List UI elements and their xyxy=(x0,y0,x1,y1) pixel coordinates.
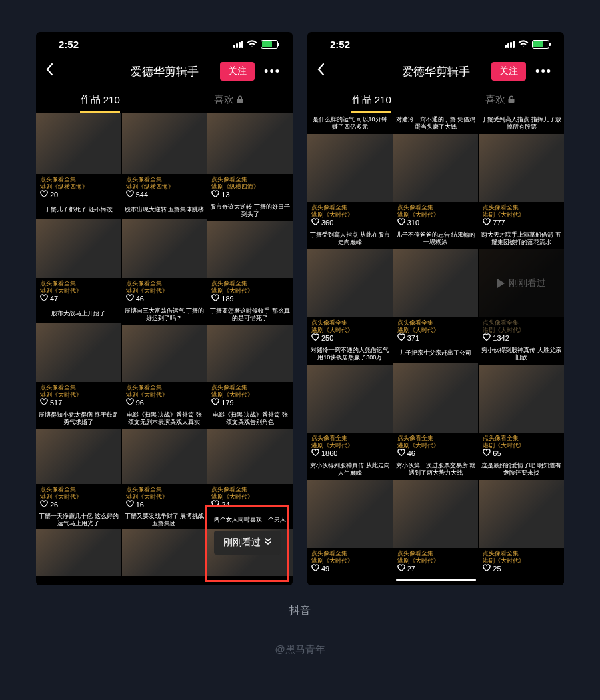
video-cell[interactable]: 穷小伙得到股神真传 从此走向人生巅峰点头像看全集港剧《大时代》49 xyxy=(307,459,393,574)
like-count: 46 xyxy=(126,294,144,303)
status-right xyxy=(505,39,549,49)
heart-icon xyxy=(126,500,134,509)
follow-button[interactable]: 关注 xyxy=(220,62,255,81)
video-caption-bottom: 点头像看全集港剧《大时代》25 xyxy=(479,548,564,574)
heart-icon xyxy=(40,398,48,407)
like-count: 25 xyxy=(483,564,501,573)
heart-icon xyxy=(211,500,219,509)
video-grid[interactable]: 点头像看全集港剧《纵横四海》20点头像看全集港剧《纵横四海》544点头像看全集港… xyxy=(36,113,293,585)
tab-works[interactable]: 作品 210 xyxy=(307,87,436,113)
tab-likes[interactable]: 喜欢 xyxy=(165,87,293,113)
video-cell[interactable]: 展博向三大富翁借运气 丁蟹的好运到了吗？点头像看全集港剧《大时代》96 xyxy=(122,305,207,408)
video-thumbnail xyxy=(207,429,293,485)
heart-icon xyxy=(483,333,491,342)
home-indicator xyxy=(396,579,476,581)
more-button[interactable]: ••• xyxy=(261,65,283,79)
video-cell[interactable]: 对赌冷一窍不通的丁蟹 凭借鸡蛋当头赚了大钱点头像看全集港剧《大时代》310 xyxy=(393,113,479,228)
nav-bar: 爱德华剪辑手 关注 ••• xyxy=(36,56,293,87)
video-caption-bottom: 点头像看全集港剧《纵横四海》13 xyxy=(207,174,293,200)
video-series-line1: 点头像看全集 xyxy=(483,204,560,211)
video-cell[interactable]: 穷小伙得到股神真传 大胜父亲旧敌点头像看全集港剧《大时代》65 xyxy=(479,344,564,459)
video-series-line1: 点头像看全集 xyxy=(211,176,289,183)
video-cell[interactable]: 对赌冷一窍不通的人凭借运气 用10块钱居然赢了300万点头像看全集港剧《大时代》… xyxy=(307,344,393,459)
back-button[interactable] xyxy=(45,63,61,80)
video-caption-bottom: 点头像看全集港剧《大时代》189 xyxy=(207,278,293,304)
video-thumbnail xyxy=(122,429,207,485)
video-cell[interactable]: 丁蟹儿子都死了 还不悔改点头像看全集港剧《大时代》47 xyxy=(36,201,121,304)
video-cell[interactable]: 电影《扫黑·决战》番外篇 张颂文无剧本表演哭戏太真实点头像看全集港剧《大时代》1… xyxy=(122,409,207,510)
signal-icon xyxy=(233,41,243,48)
status-time: 2:52 xyxy=(59,39,79,50)
tab-likes[interactable]: 喜欢 xyxy=(436,87,565,113)
video-caption-top: 股市奇迹大逆转 丁蟹的好日子到头了 xyxy=(207,201,293,221)
video-caption-top: 这是最好的爱情了吧 明知道有危险还要来找 xyxy=(479,459,564,480)
video-series-line1: 点头像看全集 xyxy=(311,435,389,442)
video-thumbnail xyxy=(393,480,479,549)
video-caption-bottom: 点头像看全集港剧《大时代》250 xyxy=(307,317,393,343)
video-series-line1: 点头像看全集 xyxy=(311,550,389,557)
like-count: 20 xyxy=(40,190,58,199)
video-cell[interactable]: 股市大战马上开始了点头像看全集港剧《大时代》517 xyxy=(36,305,121,408)
video-cell[interactable]: 两大天才联手上演草船借箭 五蟹集团被打的落花流水刚刚看过点头像看全集港剧《大时代… xyxy=(479,229,564,343)
video-caption-bottom: 点头像看全集港剧《大时代》1860 xyxy=(307,433,393,459)
heart-icon xyxy=(483,564,491,573)
video-caption-top: 电影《扫黑·决战》番外篇 张颂文无剧本表演哭戏太真实 xyxy=(122,409,207,429)
video-series-line1: 点头像看全集 xyxy=(126,280,203,287)
back-button[interactable] xyxy=(317,63,333,80)
video-thumbnail xyxy=(393,363,479,433)
video-cell[interactable]: 丁蟹要怎麼这时候收手 那么真的是可惜死了点头像看全集港剧《大时代》179 xyxy=(207,305,293,408)
video-cell[interactable]: 穷小伙第一次进股票交易所 就遇到了两大势力大战点头像看全集港剧《大时代》27 xyxy=(393,459,479,574)
video-cell[interactable]: 点头像看全集港剧《纵横四海》544 xyxy=(122,113,207,200)
follow-button[interactable]: 关注 xyxy=(491,62,526,81)
video-thumbnail xyxy=(479,134,564,203)
video-cell[interactable]: 电影《扫黑·决战》番外篇 张颂文哭戏告别角色点头像看全集港剧《大时代》24 xyxy=(207,409,293,510)
phone-right: 2:52 爱德华剪辑手 关注 ••• 作品 210 xyxy=(307,32,564,585)
video-thumbnail xyxy=(479,365,564,433)
video-caption-bottom: 点头像看全集港剧《大时代》1342 xyxy=(479,317,564,343)
video-thumbnail xyxy=(307,134,393,203)
video-cell[interactable]: 儿子把亲生父亲赶出了公司点头像看全集港剧《大时代》46 xyxy=(393,344,479,459)
like-count: 1342 xyxy=(483,333,509,342)
video-grid[interactable]: 是什么样的运气 可以10分钟赚了四亿多元点头像看全集港剧《大时代》360对赌冷一… xyxy=(307,113,564,585)
video-cell[interactable]: 点头像看全集港剧《纵横四海》20 xyxy=(36,113,121,200)
video-caption-bottom: 点头像看全集港剧《大时代》96 xyxy=(122,382,207,408)
video-cell[interactable]: 点头像看全集港剧《纵横四海》13 xyxy=(207,113,293,200)
video-caption-bottom: 点头像看全集港剧《大时代》46 xyxy=(393,433,479,459)
recently-watched-pill[interactable]: 刚刚看过 xyxy=(214,531,281,555)
heart-icon xyxy=(311,333,319,342)
video-cell[interactable]: 股市奇迹大逆转 丁蟹的好日子到头了点头像看全集港剧《大时代》189 xyxy=(207,201,293,304)
heart-icon xyxy=(40,500,48,509)
video-caption-top: 儿子不停爸爸的忠告 结果输的一塌糊涂 xyxy=(393,229,479,249)
more-button[interactable]: ••• xyxy=(533,65,555,79)
like-count: 47 xyxy=(40,294,58,303)
video-caption-top: 展博得知小犹太得病 终于鼓足勇气求婚了 xyxy=(36,409,121,429)
video-caption-top: 两大天才联手上演草船借箭 五蟹集团被打的落花流水 xyxy=(479,229,564,249)
video-cell[interactable]: 股市出现大逆转 五蟹集体跳楼点头像看全集港剧《大时代》46 xyxy=(122,201,207,304)
video-cell[interactable]: 展博得知小犹太得病 终于鼓足勇气求婚了点头像看全集港剧《大时代》26 xyxy=(36,409,121,510)
video-series-line1: 点头像看全集 xyxy=(397,550,475,557)
video-cell[interactable]: 丁蟹受到高人指点 指挥儿子放掉所有股票点头像看全集港剧《大时代》777 xyxy=(479,113,564,228)
video-thumbnail xyxy=(122,325,207,383)
video-cell[interactable]: 丁蟹又要发战争财了 展博挑战五蟹集团 xyxy=(122,511,207,585)
status-right xyxy=(233,39,278,49)
video-thumbnail xyxy=(122,529,207,576)
video-caption-top: 穷小伙得到股神真传 大胜父亲旧敌 xyxy=(479,344,564,365)
tab-works[interactable]: 作品 210 xyxy=(36,87,165,113)
video-cell[interactable]: 是什么样的运气 可以10分钟赚了四亿多元点头像看全集港剧《大时代》360 xyxy=(307,113,393,228)
recently-watched-text: 刚刚看过 xyxy=(509,277,546,289)
video-series-line1: 点头像看全集 xyxy=(483,319,560,327)
lock-icon xyxy=(237,95,243,105)
nav-bar: 爱德华剪辑手 关注 ••• xyxy=(307,56,564,87)
tabs: 作品 210 喜欢 xyxy=(36,87,293,113)
like-count: 250 xyxy=(311,333,333,342)
heart-icon xyxy=(211,294,219,303)
battery-icon xyxy=(532,40,549,49)
video-cell[interactable]: 这是最好的爱情了吧 明知道有危险还要来找点头像看全集港剧《大时代》25 xyxy=(479,459,564,574)
video-cell[interactable]: 丁蟹一天净赚几十亿 这么好的运气马上用光了 xyxy=(36,511,121,585)
video-cell[interactable]: 儿子不停爸爸的忠告 结果输的一塌糊涂点头像看全集港剧《大时代》371 xyxy=(393,229,479,343)
play-icon xyxy=(497,279,505,288)
tab-works-label: 作品 xyxy=(352,93,372,106)
video-caption-bottom: 点头像看全集港剧《大时代》26 xyxy=(36,484,121,510)
video-series-line1: 点头像看全集 xyxy=(483,550,560,557)
video-cell[interactable]: 丁蟹受到高人指点 从此在股市走向巅峰点头像看全集港剧《大时代》250 xyxy=(307,229,393,343)
